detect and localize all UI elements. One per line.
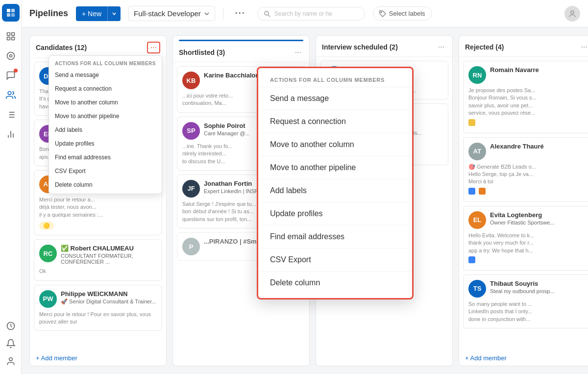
new-button-main[interactable]: + New bbox=[76, 6, 108, 21]
column-shortlisted-title: Shortlisted (3) bbox=[179, 49, 289, 56]
header-avatar[interactable] bbox=[564, 6, 580, 22]
card-robert-msg: Ok bbox=[39, 268, 157, 275]
card-philippe-title: 🚀 Senior Digital Consultant & Trainer... bbox=[61, 299, 156, 305]
search-bar[interactable]: Search by name or he bbox=[257, 7, 365, 21]
column-shortlisted-more-button[interactable]: ··· bbox=[293, 47, 303, 58]
big-menu-send-message[interactable]: Send a message bbox=[258, 87, 412, 110]
small-menu-delete-column[interactable]: Delete column bbox=[49, 178, 162, 192]
card-karine-name: Karine Bacchialoni bbox=[204, 72, 261, 79]
svg-rect-4 bbox=[7, 33, 10, 36]
big-menu-csv-export[interactable]: CSV Export bbox=[258, 249, 412, 272]
header-more-button[interactable]: ··· bbox=[231, 6, 249, 21]
svg-point-25 bbox=[571, 11, 574, 14]
card-thibaut-name: Thibaut Souyris bbox=[490, 280, 554, 287]
app-logo bbox=[2, 4, 20, 22]
sidebar-analytics[interactable] bbox=[2, 125, 20, 143]
svg-point-24 bbox=[381, 12, 382, 13]
small-menu-move-column[interactable]: Move to another column bbox=[49, 96, 162, 109]
svg-point-21 bbox=[9, 358, 12, 361]
column-rejected: Rejected (4) ··· RN Romain Navarre Je pr… bbox=[459, 35, 588, 366]
column-rejected-header: Rejected (4) ··· bbox=[459, 36, 588, 57]
avatar-philippe: PW bbox=[39, 290, 57, 308]
new-button-group[interactable]: + New bbox=[76, 6, 121, 21]
card-evita[interactable]: EL Evita Logtenberg Owner Fittastic Spor… bbox=[463, 206, 588, 271]
column-candidates: Candidates (12) ··· ACTIONS FOR ALL COLU… bbox=[29, 35, 167, 366]
card-alexandre-header: AT Alexandre Thauré bbox=[468, 143, 586, 160]
sidebar-profile[interactable] bbox=[2, 352, 20, 370]
sidebar bbox=[0, 0, 22, 374]
sidebar-notifications[interactable] bbox=[2, 335, 20, 352]
card-alexandre-name: Alexandre Thauré bbox=[490, 143, 544, 150]
card-robert[interactable]: RC ✅ Robert CHALUMEAU CONSULTANT FORMATE… bbox=[34, 239, 162, 280]
card-robert-header: RC ✅ Robert CHALUMEAU CONSULTANT FORMATE… bbox=[39, 245, 157, 265]
card-evita-name: Evita Logtenberg bbox=[490, 211, 554, 219]
card-thibaut[interactable]: TS Thibaut Souyris Steal my outbound pro… bbox=[463, 274, 588, 328]
column-rejected-more-button[interactable]: ··· bbox=[579, 42, 588, 52]
header-divider bbox=[223, 8, 223, 20]
sidebar-messages[interactable] bbox=[2, 67, 20, 84]
rejected-add-member[interactable]: + Add member bbox=[459, 350, 588, 366]
card-philippe-msg: Merci pour le retour ! Pour en savoir pl… bbox=[39, 311, 157, 326]
column-rejected-title: Rejected (4) bbox=[465, 43, 575, 51]
alexandre-label-blue bbox=[468, 188, 475, 195]
romain-label bbox=[468, 119, 475, 126]
card-thibaut-title: Steal my outbound prosp... bbox=[490, 288, 554, 294]
card-robert-name: ✅ Robert CHALUMEAU bbox=[61, 245, 157, 252]
svg-rect-5 bbox=[11, 33, 14, 36]
card-romain[interactable]: RN Romain Navarre Je propose des postes … bbox=[463, 61, 588, 133]
column-interview-more-button[interactable]: ··· bbox=[436, 42, 446, 52]
small-menu-update-profiles[interactable]: Update profiles bbox=[49, 137, 162, 150]
column-candidates-more-button[interactable]: ··· bbox=[147, 42, 160, 53]
messages-badge bbox=[14, 69, 18, 73]
avatar-sophie: SP bbox=[182, 122, 200, 140]
card-philippe[interactable]: PW Philippe WEICKMANN 🚀 Senior Digital C… bbox=[34, 285, 162, 331]
sidebar-home[interactable] bbox=[2, 27, 20, 45]
card-thibaut-header: TS Thibaut Souyris Steal my outbound pro… bbox=[468, 280, 586, 298]
big-menu-request-connection[interactable]: Request a connection bbox=[258, 110, 412, 133]
small-menu-csv-export[interactable]: CSV Export bbox=[49, 164, 162, 178]
alexandre-label-orange bbox=[479, 188, 486, 195]
sidebar-pipelines[interactable] bbox=[2, 86, 20, 104]
sidebar-list[interactable] bbox=[2, 106, 20, 124]
card-romain-header: RN Romain Navarre bbox=[468, 66, 586, 84]
label-selector[interactable]: Select labels bbox=[373, 6, 432, 21]
page-title: Pipelines bbox=[29, 8, 68, 19]
small-dropdown-title: ACTIONS FOR ALL COLUMN MEMBERS bbox=[49, 58, 162, 68]
small-menu-move-pipeline[interactable]: Move to another pipeline bbox=[49, 109, 162, 123]
svg-rect-6 bbox=[7, 37, 10, 40]
card-sophie-name: Sophie Poirot bbox=[204, 122, 250, 129]
big-menu-update-profiles[interactable]: Update profiles bbox=[258, 202, 412, 225]
top-header: Pipelines + New Full-stack Developer ···… bbox=[22, 0, 588, 27]
small-menu-request-connection[interactable]: Request a connection bbox=[49, 82, 162, 96]
big-menu-delete-column[interactable]: Delete column bbox=[258, 272, 412, 294]
card-evita-title: Owner Fittastic Sportswe... bbox=[490, 220, 554, 225]
svg-point-9 bbox=[9, 55, 12, 57]
pipeline-selector[interactable]: Full-stack Developer bbox=[128, 6, 215, 21]
card-alexandre[interactable]: AT Alexandre Thauré 🎯 Generate B2B Leads… bbox=[463, 137, 588, 202]
big-context-menu: ACTIONS FOR ALL COLUMN MEMBERS Send a me… bbox=[257, 67, 414, 299]
candidates-add-member[interactable]: + Add member bbox=[30, 350, 166, 366]
avatar-alexandre: AT bbox=[468, 143, 486, 160]
small-context-menu: ACTIONS FOR ALL COLUMN MEMBERS Send a me… bbox=[49, 55, 162, 194]
card-romain-msg: Je propose des postes Sa...Bonjour Romai… bbox=[468, 87, 586, 117]
sidebar-timer[interactable] bbox=[2, 317, 20, 335]
svg-rect-2 bbox=[7, 13, 10, 17]
sidebar-explore[interactable] bbox=[2, 47, 20, 65]
big-menu-move-column[interactable]: Move to another column bbox=[258, 133, 412, 156]
column-interview-title: Interview scheduled (2) bbox=[322, 43, 432, 51]
small-menu-find-emails[interactable]: Find email addresses bbox=[49, 150, 162, 164]
svg-rect-1 bbox=[11, 9, 15, 12]
card-sophie-title: Care Manager @... bbox=[204, 130, 250, 136]
svg-point-22 bbox=[265, 11, 269, 15]
big-menu-find-emails[interactable]: Find email addresses bbox=[258, 225, 412, 249]
svg-rect-3 bbox=[11, 13, 15, 17]
big-menu-move-pipeline[interactable]: Move to another pipeline bbox=[258, 156, 412, 179]
small-menu-send-message[interactable]: Send a message bbox=[49, 68, 162, 82]
column-rejected-body: RN Romain Navarre Je propose des postes … bbox=[459, 57, 588, 350]
pipeline-name: Full-stack Developer bbox=[134, 9, 201, 18]
sidebar-bottom bbox=[2, 317, 20, 370]
column-interview-header: Interview scheduled (2) ··· bbox=[316, 36, 452, 57]
new-button-arrow[interactable] bbox=[108, 8, 121, 20]
big-menu-add-labels[interactable]: Add labels bbox=[258, 179, 412, 202]
small-menu-add-labels[interactable]: Add labels bbox=[49, 123, 162, 137]
